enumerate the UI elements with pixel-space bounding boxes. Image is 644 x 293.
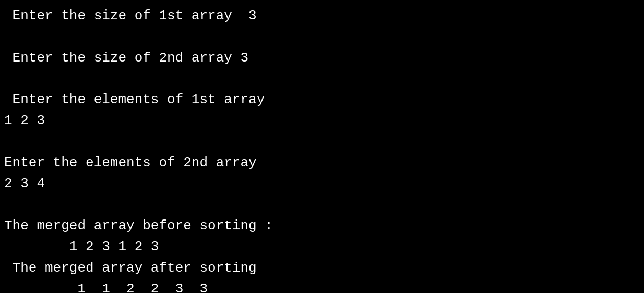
terminal-output: Enter the size of 1st array 3 Enter the …: [4, 5, 640, 293]
